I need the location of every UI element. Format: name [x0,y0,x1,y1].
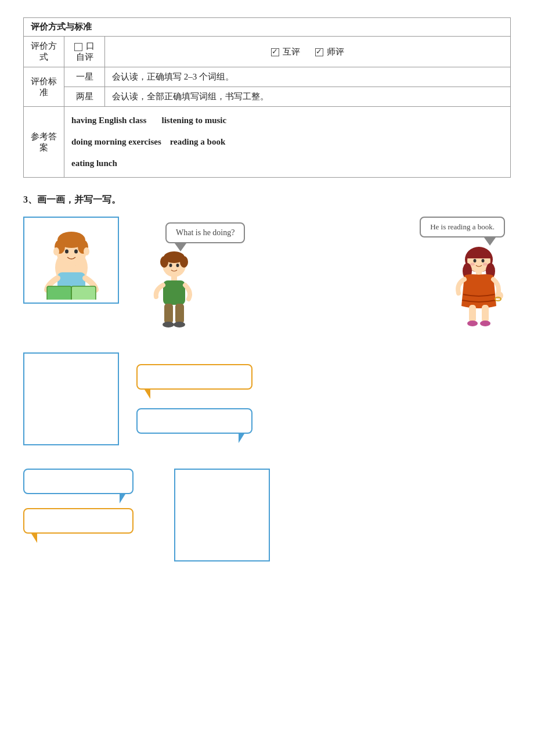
answer-2: listening to music [161,116,226,125]
svg-rect-11 [71,286,96,300]
svg-point-17 [169,264,172,267]
answer-4: reading a book [170,137,226,146]
scene-3-lower-tail [31,534,37,543]
svg-point-30 [482,259,485,262]
svg-point-24 [174,322,185,327]
section-3: 3、画一画，并写一写。 [23,194,511,561]
svg-rect-22 [175,304,184,323]
scene-1-image [23,217,119,304]
svg-point-23 [163,322,174,327]
answering-girl [447,242,511,335]
scene-3-upper-bubble-wrap [23,469,134,494]
scene-2-draw-box[interactable] [23,352,119,445]
scene-1-middle: What is he doing? [131,217,408,333]
one-star-desc: 会认读，正确填写 2–3 个词组。 [105,67,511,87]
scene-2-upper-tail [145,390,150,399]
reference-label: 参考答案 [24,107,64,178]
scene-3-lower-bubble[interactable] [23,508,134,534]
svg-point-31 [470,263,475,266]
one-star-label: 一星 [64,67,105,87]
two-star-desc: 会认读，全部正确填写词组，书写工整。 [105,87,511,107]
scene-2-lower-bubble[interactable] [136,408,252,434]
svg-point-38 [467,321,478,326]
answer-5: eating lunch [71,159,117,168]
teacher-eval-label: 师评 [327,47,344,56]
eval-table: 评价方式与标准 评价方式 口自评 互评 师评 评价标准 一星 会认读，正确填写 … [23,17,511,178]
boy-reading-box [23,217,119,304]
asking-boy [148,249,200,333]
scene-1: What is he doing? [23,217,511,335]
bubble-tail [175,243,186,251]
answer-1: having English class [71,116,146,125]
question-bubble: What is he doing? [165,222,245,243]
answer-bubble-tail [484,237,496,246]
scene-3 [23,469,511,561]
svg-rect-36 [469,305,476,322]
svg-rect-19 [171,276,177,280]
svg-point-7 [74,249,78,253]
scene-3-upper-bubble[interactable] [23,469,134,494]
method-label: 评价方式 [24,37,64,67]
teacher-eval-checkbox [315,48,323,56]
peer-eval-label: 互评 [283,47,300,56]
boy-reading-svg [31,221,112,300]
svg-rect-21 [164,304,173,323]
two-star-label: 两星 [64,87,105,107]
svg-rect-37 [482,305,489,322]
self-eval-checkbox [74,43,82,51]
scene-2-bubbles [136,352,252,434]
answer-bubble-container: He is reading a book. [420,217,505,237]
scene-3-lower-bubble-wrap [23,508,134,534]
svg-point-34 [495,291,503,300]
scene-2-lower-bubble-wrap [136,408,252,434]
answering-girl-svg [447,242,511,335]
asking-boy-svg [148,249,200,333]
svg-point-29 [474,259,477,262]
svg-point-15 [160,256,168,268]
scene-2 [23,352,511,445]
reference-answers: having English class listening to music … [64,107,511,178]
svg-rect-10 [47,286,71,300]
standard-label: 评价标准 [24,67,64,107]
svg-point-6 [65,249,68,253]
svg-point-9 [84,247,89,255]
answer-bubble: He is reading a book. [420,217,505,237]
svg-point-39 [480,321,490,326]
scene-3-draw-box[interactable] [174,469,270,561]
scene-3-upper-tail [120,494,125,503]
section-3-title: 3、画一画，并写一写。 [23,194,511,206]
scene-2-upper-bubble-wrap [136,364,252,390]
scene-1-right: He is reading a book. [420,217,511,335]
scene-3-left [23,469,134,534]
question-bubble-container: What is he doing? [165,222,245,243]
svg-point-18 [176,264,179,267]
scene-2-upper-bubble[interactable] [136,364,252,390]
scene-2-lower-tail [239,434,244,443]
answer-3: doing morning exercises [71,137,161,146]
svg-point-16 [180,256,188,268]
svg-point-8 [53,247,59,255]
svg-rect-20 [163,280,185,305]
eval-title: 评价方式与标准 [24,18,511,37]
peer-eval-checkbox [271,48,279,56]
svg-point-32 [483,263,488,266]
